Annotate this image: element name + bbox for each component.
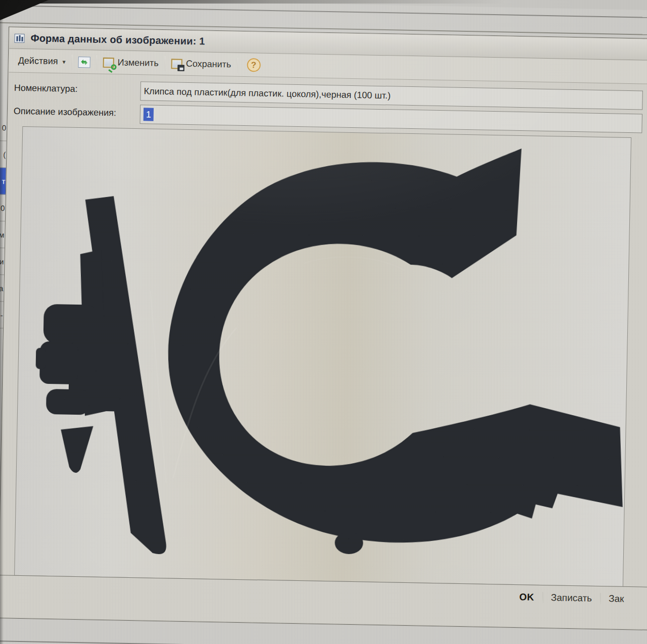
nomenclature-value: Клипса под пластик(для пластик. цоколя),…	[144, 86, 390, 101]
image-data-form-window: Форма данных об изображении: 1 Действия …	[0, 26, 647, 631]
image-panel[interactable]	[14, 126, 631, 587]
background-window-edge	[0, 5, 647, 19]
help-button[interactable]: ?	[247, 58, 260, 72]
edit-button[interactable]: Изменить	[99, 53, 163, 72]
description-label: Описание изображения:	[14, 106, 116, 119]
write-button[interactable]: Записать	[551, 592, 592, 604]
actions-label: Действия	[18, 56, 58, 67]
actions-button[interactable]: Действия ▾	[14, 52, 70, 71]
desktop: 0 ( т 0 м ви а - Форма данных об изображ…	[0, 0, 647, 644]
edit-label: Изменить	[117, 57, 159, 68]
screen-photo: 0 ( т 0 м ви а - Форма данных об изображ…	[0, 0, 647, 644]
form-window-icon	[14, 33, 24, 42]
save-picture-icon	[171, 59, 182, 69]
swap-arrows-icon	[78, 56, 90, 67]
toolbar-separator	[71, 54, 72, 69]
view-image-button[interactable]	[74, 53, 95, 71]
photo-left-edge	[0, 0, 4, 644]
product-photo-clip	[15, 127, 631, 586]
edit-picture-icon	[103, 57, 114, 67]
close-button[interactable]: Зак	[609, 593, 624, 605]
save-button[interactable]: Сохранить	[167, 55, 235, 74]
toolbar-separator	[237, 57, 238, 72]
toolbar-separator	[96, 55, 97, 70]
nomenclature-label: Номенклатура:	[14, 83, 78, 94]
photo-top-edge	[0, 0, 647, 4]
window-title: Форма данных об изображении: 1	[30, 32, 205, 47]
background-window-edge	[0, 640, 647, 644]
toolbar-separator	[165, 56, 166, 71]
save-label: Сохранить	[186, 59, 232, 70]
button-separator	[600, 593, 600, 604]
button-separator	[542, 592, 543, 603]
chevron-down-icon: ▾	[62, 58, 65, 65]
description-value-selected: 1	[144, 108, 154, 121]
ok-button[interactable]: OK	[519, 591, 534, 603]
question-mark-icon: ?	[251, 60, 256, 70]
